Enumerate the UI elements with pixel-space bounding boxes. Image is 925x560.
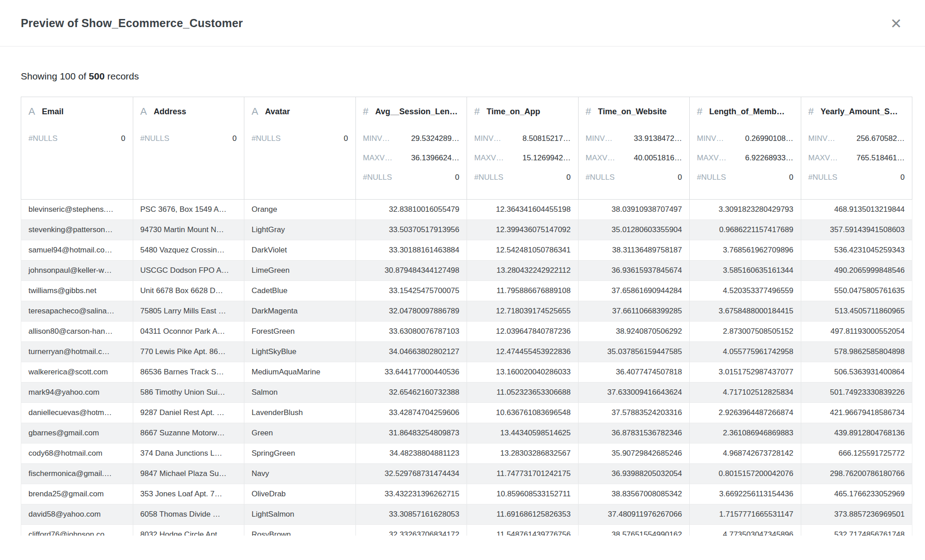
column-name: Yearly_Amount_S… [821,107,898,117]
cell-avatar: DarkMagenta [244,301,355,321]
cell-time_on_app: 10.636761083696548 [467,403,578,423]
cell-avg_session_length: 33.15425475700075 [355,281,467,301]
record-count: 500 [89,71,105,81]
stat-value: 0 [566,173,570,182]
column-header-length_of_membership: #Length_of_Memb…MINV…0.26990108…MAXV…6.9… [689,97,801,199]
cell-address: Unit 6678 Box 6628 D… [133,281,244,301]
cell-email: johnsonpaul@keller-w… [21,261,133,280]
cell-avg_session_length: 30.879484344127498 [355,261,467,280]
cell-email: turnerryan@hotmail.c… [21,342,133,362]
column-header-time_on_website: #Time_on_WebsiteMINV…33.9138472…MAXV…40.… [578,97,690,199]
cell-avatar: LightSalmon [244,504,355,524]
stat-label: #NULLS [140,134,169,143]
cell-email: cody68@hotmail.com [21,443,133,463]
cell-address: 770 Lewis Pike Apt. 86… [133,342,244,362]
cell-email: stevenking@patterson… [21,220,133,240]
cell-address: PSC 3676, Box 1549 A… [133,200,244,219]
table-row: cody68@hotmail.com374 Dana Junctions L…S… [21,443,912,464]
column-name: Address [154,107,186,117]
stat-value: 0 [233,134,237,143]
table-row: walkererica@scott.com86536 Barnes Track … [21,362,912,383]
min-value-stat: MINV…256.670582… [808,134,905,143]
cell-yearly_amount_spent: 465.1766233052969 [801,484,912,504]
cell-yearly_amount_spent: 578.9862585804898 [801,342,912,362]
cell-length_of_membership: 4.717102512825834 [689,383,801,402]
cell-address: 86536 Barnes Track S… [133,362,244,382]
cell-address: 353 Jones Loaf Apt. 7… [133,484,244,504]
cell-time_on_website: 38.03910938707497 [578,200,690,219]
cell-yearly_amount_spent: 439.8912804768136 [801,423,912,443]
cell-email: daniellecuevas@hotm… [21,403,133,423]
cell-avg_session_length: 32.65462160732388 [355,383,467,402]
cell-length_of_membership: 3.585160635161344 [689,261,801,280]
cell-length_of_membership: 4.520353377496559 [689,281,801,301]
cell-yearly_amount_spent: 550.0475805761635 [801,281,912,301]
cell-time_on_app: 11.795886676889108 [467,281,578,301]
table-body[interactable]: blevinseric@stephens.…PSC 3676, Box 1549… [21,200,912,536]
column-name: Time_on_Website [598,107,667,117]
cell-yearly_amount_spent: 373.8857236969501 [801,504,912,524]
number-type-icon: # [697,106,702,117]
stat-value: 6.92268933… [745,154,794,163]
stat-label: MINV… [363,134,390,143]
nulls-stat: #NULLS0 [140,134,237,143]
stat-value: 765.518461… [856,154,905,163]
table-row: turnerryan@hotmail.c…770 Lewis Pike Apt.… [21,342,912,362]
min-value-stat: MINV…0.26990108… [697,134,794,143]
cell-time_on_app: 11.548761439776756 [467,525,578,536]
table-row: fischermonica@gmail.…9847 Michael Plaza … [21,464,912,484]
stat-label: MINV… [808,134,836,143]
cell-yearly_amount_spent: 536.4231045259343 [801,240,912,260]
stat-value: 256.670582… [856,134,905,143]
modal-header: Preview of Show_Ecommerce_Customer ✕ [0,0,925,47]
cell-yearly_amount_spent: 357.59143941508603 [801,220,912,240]
cell-time_on_app: 13.160020040286033 [467,362,578,382]
stat-label: #NULLS [363,173,392,182]
number-type-icon: # [808,106,814,117]
stat-value: 29.5324289… [411,134,459,143]
max-value-stat: MAXV…765.518461… [808,154,905,163]
cell-time_on_website: 37.66110668399285 [578,301,690,321]
close-icon: ✕ [890,15,902,32]
table-row: david58@yahoo.com6058 Thomas Divide …Lig… [21,504,912,525]
table-row: samuel94@hotmail.co…5480 Vazquez Crossin… [21,240,912,261]
table-row: teresapacheco@salina…75805 Larry Mills E… [21,301,912,322]
cell-avg_session_length: 33.30188161463884 [355,240,467,260]
cell-time_on_app: 13.44340598514625 [467,423,578,443]
cell-avg_session_length: 33.50370517913956 [355,220,467,240]
stat-label: MINV… [697,134,724,143]
table-row: clifford76@johnson.co…8032 Hodge Circle … [21,525,912,536]
cell-length_of_membership: 4.773503047345896 [689,525,801,536]
number-type-icon: # [586,106,591,117]
cell-time_on_app: 12.039647840787236 [467,322,578,341]
cell-yearly_amount_spent: 513.4505711860965 [801,301,912,321]
cell-address: 374 Dana Junctions L… [133,443,244,463]
cell-avatar: LightGray [244,220,355,240]
cell-length_of_membership: 3.6758488000184415 [689,301,801,321]
stat-value: 0 [678,173,682,182]
cell-time_on_app: 11.747731701242175 [467,464,578,484]
cell-avatar: RosyBrown [244,525,355,536]
stat-label: MAXV… [363,154,392,163]
cell-avg_session_length: 32.83810016055479 [355,200,467,219]
cell-length_of_membership: 2.873007508505152 [689,322,801,341]
close-button[interactable]: ✕ [884,12,908,35]
cell-email: gbarnes@gmail.com [21,423,133,443]
nulls-stat: #NULLS0 [363,173,460,182]
cell-time_on_website: 36.93615937845674 [578,261,690,280]
cell-time_on_website: 37.65861690944284 [578,281,690,301]
cell-avg_session_length: 33.432231396262715 [355,484,467,504]
cell-avatar: DarkViolet [244,240,355,260]
cell-length_of_membership: 3.768561962709896 [689,240,801,260]
stat-label: #NULLS [474,173,503,182]
min-value-stat: MINV…29.5324289… [363,134,460,143]
nulls-stat: #NULLS0 [808,173,905,182]
cell-avg_session_length: 31.86483254809873 [355,423,467,443]
stat-value: 0 [901,173,905,182]
column-name: Avatar [265,107,290,117]
stat-label: MAXV… [697,154,726,163]
cell-address: 94730 Martin Mount N… [133,220,244,240]
cell-time_on_website: 36.87831536782346 [578,423,690,443]
cell-avatar: Navy [244,464,355,484]
cell-time_on_website: 36.93988205032054 [578,464,690,484]
